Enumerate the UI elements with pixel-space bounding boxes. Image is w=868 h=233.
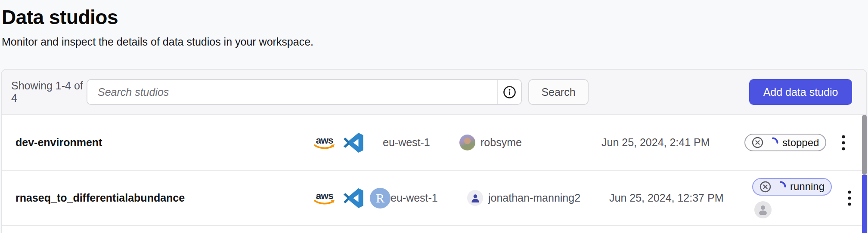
kebab-menu-icon (847, 190, 852, 206)
vscode-icon (343, 132, 364, 153)
aws-icon: aws (313, 190, 337, 206)
search-input[interactable] (87, 80, 497, 104)
search-field-group (87, 79, 522, 105)
studio-actions-cell (832, 184, 866, 212)
studio-date: Jun 25, 2024, 2:41 PM (601, 136, 744, 149)
rstudio-icon: R (370, 188, 391, 208)
status-label: running (790, 181, 825, 193)
info-circle-icon (503, 86, 516, 99)
person-icon (470, 193, 480, 203)
studio-region: eu-west-1 (383, 136, 459, 149)
spinner-icon (775, 181, 786, 192)
stopped-circle-x-icon (760, 181, 771, 193)
add-data-studio-button[interactable]: Add data studio (749, 79, 852, 105)
scrollbar-accent-strip (862, 175, 867, 233)
table-row: rnaseq_to_differentialabundance aws R eu… (2, 171, 866, 226)
studio-status-cell: stopped (744, 134, 826, 151)
studio-user-cell: jonathan-manning2 (467, 190, 609, 206)
search-button[interactable]: Search (528, 79, 589, 105)
aws-icon: aws (313, 135, 337, 150)
status-label: stopped (782, 137, 819, 149)
person-silhouette-icon (757, 204, 769, 215)
kebab-menu-icon (841, 135, 846, 151)
scrollbar-thumb[interactable] (862, 115, 867, 175)
studio-name[interactable]: dev-environment (2, 136, 313, 149)
studio-user-name: robsyme (480, 136, 522, 149)
studio-actions-cell (826, 129, 866, 156)
studio-icons-cell: aws R (313, 132, 383, 153)
studio-user-name: jonathan-manning2 (488, 192, 580, 204)
info-button[interactable] (497, 80, 521, 104)
studio-region: eu-west-1 (391, 192, 467, 204)
studio-list: dev-environment aws R eu-west-1 (2, 115, 866, 226)
showing-count: Showing 1-4 of 4 (11, 80, 87, 104)
svg-text:aws: aws (316, 135, 333, 146)
person-icon-avatar (467, 190, 483, 206)
vscode-icon (343, 188, 364, 208)
page-title: Data studios (2, 6, 868, 29)
kebab-menu-button[interactable] (840, 184, 859, 212)
studio-icons-cell: aws R (313, 188, 391, 208)
status-badge: stopped (744, 134, 826, 151)
photo-avatar (459, 135, 475, 150)
kebab-menu-button[interactable] (834, 129, 853, 156)
studio-user-cell: robsyme (459, 135, 601, 150)
svg-text:aws: aws (316, 190, 333, 201)
page-header: Data studios Monitor and inspect the det… (0, 0, 868, 48)
studio-date: Jun 25, 2024, 12:37 PM (609, 192, 752, 204)
spinner-icon (767, 137, 778, 148)
toolbar: Showing 1-4 of 4 Search Add data studio (2, 70, 866, 115)
studios-panel: Showing 1-4 of 4 Search Add data studio … (1, 69, 867, 233)
table-row: dev-environment aws R eu-west-1 (2, 115, 866, 171)
status-badge: running (752, 178, 832, 196)
page-subtitle: Monitor and inspect the details of data … (2, 36, 868, 48)
gray-person-avatar (754, 201, 772, 218)
studio-name[interactable]: rnaseq_to_differentialabundance (2, 192, 313, 204)
stopped-circle-x-icon (752, 137, 763, 148)
studio-status-cell: running (752, 178, 832, 218)
